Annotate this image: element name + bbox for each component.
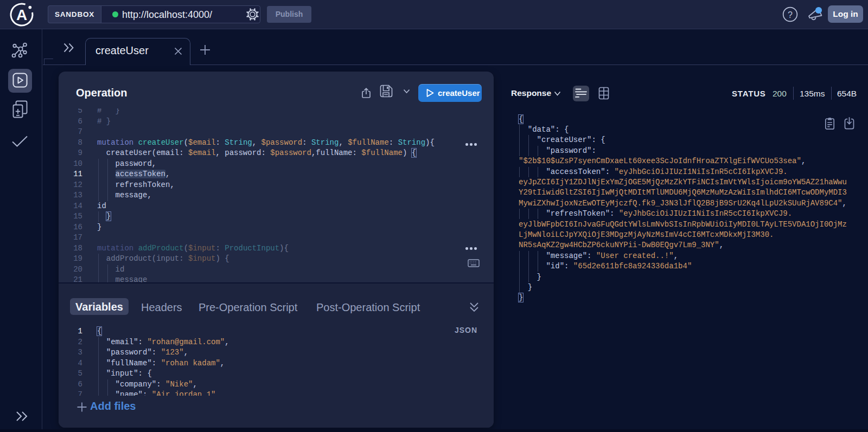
svg-text:A: A xyxy=(16,7,27,23)
svg-text:?: ? xyxy=(788,10,793,20)
